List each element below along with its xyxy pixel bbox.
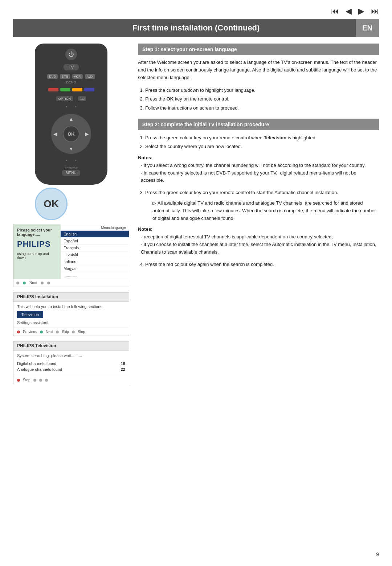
television-label: Television [34, 343, 56, 348]
dvd-button[interactable]: DVD [47, 74, 58, 79]
step1-list: Press the cursor up/down to highlight yo… [145, 86, 379, 112]
language-more-dots: ............ [61, 272, 129, 279]
menu-section: BROWSE MENU [62, 167, 80, 176]
language-item-italiano[interactable]: Italiano [61, 258, 129, 265]
language-badge: EN [356, 19, 379, 37]
television-header: PHILIPS Television [13, 341, 129, 350]
note-1-item-2: - in case the country selected is not DV… [141, 169, 379, 185]
color-buttons [48, 88, 94, 91]
subtitle-button[interactable]: □□ [78, 96, 86, 101]
step2-list-2: Press the green colour key on your remot… [145, 189, 379, 222]
language-screen-left: Please select your language..... PHILIPS… [13, 224, 61, 279]
language-screen-nav: Next [13, 279, 129, 287]
notes-list-2: - reception of digital terrestrial TV ch… [141, 233, 379, 256]
note-2-item-2: - if you choose to install the channels … [141, 241, 379, 256]
step2-list-item-2: Select the country where you are now loc… [145, 143, 379, 151]
cursor-instruction: using cursor up and down [17, 252, 57, 260]
next-label-screen1[interactable]: Next [29, 281, 37, 285]
menu-button[interactable]: MENU [62, 170, 80, 176]
right-column: Step 1: select your on-screen language A… [138, 44, 379, 389]
yellow-button[interactable] [72, 88, 82, 91]
please-select-text: Please select your language..... [17, 228, 57, 237]
step2-list-3: Press the red colour key again when the … [145, 261, 379, 268]
philips-bold-3: PHILIPS [17, 343, 34, 348]
nav-dot-previous [17, 331, 20, 333]
dpad-down-arrow[interactable]: ▼ [69, 146, 74, 152]
installation-header: PHILIPS Installation [13, 292, 129, 302]
stop-label-screen3[interactable]: Stop [23, 378, 30, 382]
skip-label[interactable]: Skip [62, 330, 69, 334]
remote-control: ⏻ TV DVD STB VCR AUX DEMO [35, 44, 107, 185]
language-screen: Please select your language..... PHILIPS… [13, 224, 129, 287]
main-layout: ⏻ TV DVD STB VCR AUX DEMO [0, 37, 392, 389]
digital-channels-count: 16 [121, 361, 125, 366]
language-screen-right: Menu language English Español Français H… [61, 224, 129, 279]
skip-back-icon[interactable]: ⏮ [331, 7, 339, 16]
nav-dot-tv-3 [39, 379, 42, 382]
dpad-right-arrow[interactable]: ▶ [85, 131, 89, 137]
skip-forward-icon[interactable]: ⏭ [371, 7, 379, 16]
page-title: First time installation (Continued) [132, 23, 260, 32]
step1-body: After the Welcome screen you are asked t… [138, 59, 379, 81]
installation-body-text: This will help you to install the follow… [17, 304, 125, 309]
sub-arrow: ▷ [152, 200, 156, 206]
philips-logo-1: PHILIPS [17, 239, 57, 249]
page-number: 9 [376, 551, 379, 557]
aux-button[interactable]: AUX [85, 74, 95, 79]
analogue-channels-count: 22 [121, 367, 125, 372]
television-button[interactable]: Television [17, 311, 43, 318]
digital-channels-label: Digital channels found [17, 361, 56, 366]
top-navigation: ⏮ ◀ ▶ ⏭ [0, 0, 392, 19]
notes-box-2: Notes: - reception of digital terrestria… [138, 226, 379, 256]
nav-dot-tv-4 [45, 379, 48, 382]
green-button[interactable] [60, 88, 70, 91]
power-button[interactable]: ⏻ [65, 49, 77, 60]
next-label-screen2[interactable]: Next [46, 330, 53, 334]
installation-body: This will help you to install the follow… [13, 302, 129, 328]
decorative-dots: • • [66, 105, 76, 109]
nav-dot-4 [47, 282, 50, 284]
blue-button[interactable] [84, 88, 94, 91]
dpad-left-arrow[interactable]: ◀ [53, 131, 57, 137]
nav-dot-3 [41, 282, 44, 284]
step1-list-item-1: Press the cursor up/down to highlight yo… [145, 86, 379, 94]
language-item-hrvatski[interactable]: Hrvatski [61, 251, 129, 258]
analogue-channels-row: Analogue channels found 22 [17, 367, 125, 372]
nav-dot-stop [72, 331, 75, 333]
notes-label-1: Notes: [138, 155, 379, 160]
tv-button[interactable]: TV [64, 64, 79, 70]
option-button[interactable]: OPTION [56, 96, 73, 101]
previous-label[interactable]: Previous [23, 330, 37, 334]
browse-label: BROWSE [65, 167, 78, 170]
step1-list-item-3: Follow the instructions on screen to pro… [145, 104, 379, 112]
forward-icon[interactable]: ▶ [358, 7, 364, 16]
dpad[interactable]: ▲ ▼ ◀ ▶ OK [51, 114, 91, 154]
decorative-dots-2: • • [66, 158, 76, 162]
note-1-item-1: - if you select a wrong country, the cha… [141, 162, 379, 169]
dpad-up-arrow[interactable]: ▲ [69, 116, 74, 122]
title-bar: First time installation (Continued) EN [13, 19, 379, 37]
rewind-icon[interactable]: ◀ [346, 7, 352, 16]
option-row: OPTION □□ [56, 96, 86, 101]
step1-header: Step 1: select your on-screen language [138, 44, 379, 55]
stop-label-screen2[interactable]: Stop [78, 330, 85, 334]
red-button[interactable] [48, 88, 58, 91]
vcr-button[interactable]: VCR [72, 74, 83, 79]
installation-screen: PHILIPS Installation This will help you … [13, 292, 129, 336]
stb-button[interactable]: STB [60, 74, 70, 79]
step2-header: Step 2: complete the initial TV installa… [138, 119, 379, 130]
digital-channels-row: Digital channels found 16 [17, 361, 125, 366]
note-2-item-1: - reception of digital terrestrial TV ch… [141, 233, 379, 241]
step3-sub: ▷All available digital TV and radio chan… [152, 200, 379, 222]
language-item-francais[interactable]: Français [61, 245, 129, 251]
nav-dot-tv-2 [33, 379, 36, 382]
nav-dot-1 [16, 282, 19, 284]
step2-list-item-3: Press the green colour key on your remot… [145, 189, 379, 222]
analogue-channels-label: Analogue channels found [17, 367, 62, 372]
language-item-magyar[interactable]: Magyar [61, 265, 129, 272]
language-item-english[interactable]: English [61, 231, 129, 238]
language-item-espanol[interactable]: Español [61, 238, 129, 245]
step2-list: Press the green colour key on your remot… [145, 134, 379, 151]
dpad-ok-button[interactable]: OK [63, 126, 79, 142]
ok-bubble: OK [35, 188, 68, 220]
